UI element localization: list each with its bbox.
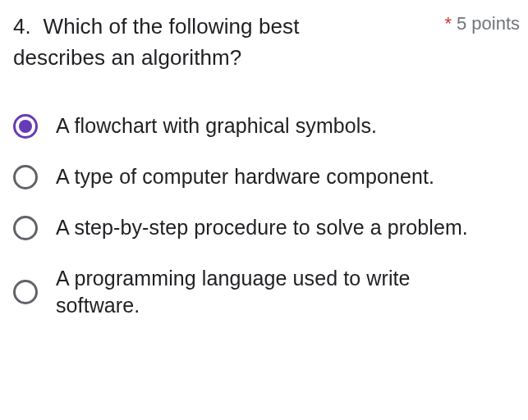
option-0[interactable]: A flowchart with graphical symbols. bbox=[13, 112, 520, 140]
question-text: 4. Which of the following best describes… bbox=[13, 11, 383, 73]
option-1[interactable]: A type of computer hardware component. bbox=[13, 163, 520, 191]
option-label: A step-by-step procedure to solve a prob… bbox=[56, 214, 468, 242]
option-3[interactable]: A programming language used to write sof… bbox=[13, 265, 520, 321]
radio-icon bbox=[13, 114, 38, 139]
points-label: 5 points bbox=[457, 13, 520, 34]
question-body: Which of the following best describes an… bbox=[13, 14, 300, 70]
radio-dot-icon bbox=[19, 120, 32, 133]
question-number: 4. bbox=[13, 14, 31, 39]
required-asterisk: * bbox=[444, 15, 452, 33]
points-wrap: * 5 points bbox=[444, 11, 520, 34]
question-header: 4. Which of the following best describes… bbox=[13, 11, 520, 73]
radio-icon bbox=[13, 216, 38, 240]
option-label: A programming language used to write sof… bbox=[56, 265, 499, 321]
option-2[interactable]: A step-by-step procedure to solve a prob… bbox=[13, 214, 520, 242]
radio-icon bbox=[13, 280, 38, 304]
option-label: A type of computer hardware component. bbox=[56, 163, 434, 191]
question-card: 4. Which of the following best describes… bbox=[0, 0, 528, 328]
options-group: A flowchart with graphical symbols. A ty… bbox=[13, 112, 520, 320]
option-label: A flowchart with graphical symbols. bbox=[56, 112, 377, 140]
radio-icon bbox=[13, 165, 38, 189]
